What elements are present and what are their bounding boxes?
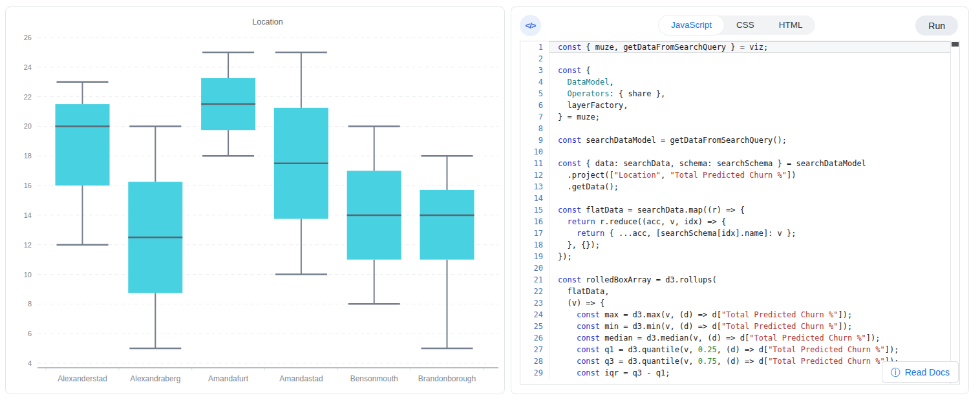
box-plot[interactable] [128, 126, 182, 348]
code-line[interactable]: 2 [520, 53, 959, 65]
tab-javascript[interactable]: JavaScript [659, 16, 724, 35]
code-line[interactable]: 4 DataModel, [520, 76, 959, 88]
line-number: 9 [520, 134, 549, 146]
x-category-label: Alexandraberg [130, 374, 180, 383]
tab-css[interactable]: CSS [724, 16, 767, 35]
read-docs-label: Read Docs [905, 367, 950, 377]
code-line[interactable]: 19}); [520, 251, 959, 262]
x-category-label: Brandonborough [418, 374, 476, 383]
x-category-label: Amandastad [279, 374, 323, 383]
box-plot[interactable] [56, 82, 110, 245]
line-number: 19 [520, 251, 549, 262]
line-number: 7 [520, 111, 549, 123]
boxplot-chart[interactable]: Location468101214161820222426Alexanderst… [6, 7, 504, 394]
y-tick-label: 4 [28, 359, 32, 367]
code-line-text: layerFactory, [549, 100, 959, 111]
code-line-text [549, 193, 959, 204]
box-rect[interactable] [420, 190, 474, 260]
box-rect[interactable] [56, 104, 110, 185]
box-plot[interactable] [347, 126, 401, 304]
box-plot[interactable] [274, 52, 328, 275]
y-tick-label: 26 [24, 34, 32, 41]
code-line-text: }); [549, 251, 959, 262]
code-line[interactable]: 14 [520, 193, 959, 204]
line-number: 23 [520, 297, 549, 309]
y-tick-label: 18 [24, 152, 32, 160]
tab-html[interactable]: HTML [767, 16, 815, 35]
code-line-text: DataModel, [549, 76, 959, 88]
y-tick-label: 24 [24, 63, 32, 71]
y-tick-label: 6 [28, 330, 32, 337]
x-category-label: Alexanderstad [58, 374, 107, 383]
chart-title: Location [252, 17, 282, 26]
box-plot[interactable] [420, 156, 474, 348]
y-tick-label: 12 [24, 241, 32, 249]
code-line-text: const { [549, 65, 959, 76]
code-icon-glyph: </> [526, 21, 536, 30]
code-line[interactable]: 23 (v) => { [520, 297, 959, 309]
code-line[interactable]: 13 .getData(); [520, 181, 959, 193]
line-number: 14 [520, 193, 549, 204]
code-line[interactable]: 6 layerFactory, [520, 100, 959, 111]
scrollbar-thumb[interactable] [952, 42, 959, 47]
line-number: 13 [520, 181, 549, 193]
code-line[interactable]: 7} = muze; [520, 111, 959, 123]
read-docs-button[interactable]: ⓘ Read Docs [882, 361, 959, 383]
line-number: 16 [520, 216, 549, 227]
editor-scrollbar[interactable] [950, 41, 959, 384]
code-line[interactable]: 1const { muze, getDataFromSearchQuery } … [520, 41, 959, 53]
code-line-text: const rolledBoxArray = d3.rollups( [549, 274, 959, 286]
run-button[interactable]: Run [915, 16, 958, 36]
code-line[interactable]: 25 const min = d3.min(v, (d) => d["Total… [520, 321, 959, 332]
chart-panel: Location468101214161820222426Alexanderst… [5, 6, 505, 394]
code-editor[interactable]: 1const { muze, getDataFromSearchQuery } … [520, 41, 960, 385]
line-number: 15 [520, 204, 549, 216]
code-line[interactable]: 5 Operators: { share }, [520, 88, 959, 100]
code-line-text: const flatData = searchData.map((r) => { [549, 204, 959, 216]
code-line[interactable]: 24 const max = d3.max(v, (d) => d["Total… [520, 309, 959, 321]
code-line-text: const q1 = d3.quantile(v, 0.25, (d) => d… [549, 344, 959, 355]
code-line[interactable]: 21const rolledBoxArray = d3.rollups( [520, 274, 959, 286]
code-line[interactable]: 12 .project(["Location", "Total Predicte… [520, 169, 959, 181]
code-line-text: .project(["Location", "Total Predicted C… [549, 169, 959, 181]
code-line-text [549, 123, 959, 134]
code-line-text: const { data: searchData, schema: search… [549, 158, 959, 169]
x-category-label: Amandafurt [208, 374, 249, 383]
line-number: 8 [520, 123, 549, 134]
editor-tab-group: JavaScript CSS HTML [659, 16, 815, 35]
code-line[interactable]: 8 [520, 123, 959, 134]
code-line-text: } = muze; [549, 111, 959, 123]
code-line[interactable]: 11const { data: searchData, schema: sear… [520, 158, 959, 169]
code-line[interactable]: 20 [520, 262, 959, 274]
y-tick-label: 22 [24, 93, 32, 101]
code-line-text: }, {}); [549, 239, 959, 251]
line-number: 26 [520, 332, 549, 344]
code-icon: </> [520, 15, 541, 36]
code-line-text: return { ...acc, [searchSchema[idx].name… [549, 227, 959, 239]
code-line[interactable]: 18 }, {}); [520, 239, 959, 251]
code-line-text: return r.reduce((acc, v, idx) => { [549, 216, 959, 227]
code-line[interactable]: 26 const median = d3.median(v, (d) => d[… [520, 332, 959, 344]
code-line-text: const max = d3.max(v, (d) => d["Total Pr… [549, 309, 959, 321]
code-line-text: .getData(); [549, 181, 959, 193]
code-line[interactable]: 15const flatData = searchData.map((r) =>… [520, 204, 959, 216]
code-line-text: Operators: { share }, [549, 88, 959, 100]
code-panel: </> JavaScript CSS HTML Run 1const { muz… [511, 6, 969, 394]
code-line[interactable]: 3const { [520, 65, 959, 76]
code-line-text: const searchDataModel = getDataFromSearc… [549, 134, 959, 146]
code-line[interactable]: 10 [520, 146, 959, 158]
code-line[interactable]: 22 flatData, [520, 286, 959, 297]
code-line-text: const { muze, getDataFromSearchQuery } =… [549, 41, 959, 53]
line-number: 5 [520, 88, 549, 100]
code-line[interactable]: 9const searchDataModel = getDataFromSear… [520, 134, 959, 146]
code-line-text: const min = d3.min(v, (d) => d["Total Pr… [549, 321, 959, 332]
line-number: 24 [520, 309, 549, 321]
code-line-text [549, 53, 959, 65]
code-line-text: const median = d3.median(v, (d) => d["To… [549, 332, 959, 344]
code-line[interactable]: 17 return { ...acc, [searchSchema[idx].n… [520, 227, 959, 239]
line-number: 29 [520, 367, 549, 379]
line-number: 18 [520, 239, 549, 251]
box-plot[interactable] [201, 52, 255, 156]
code-line[interactable]: 27 const q1 = d3.quantile(v, 0.25, (d) =… [520, 344, 959, 355]
code-line[interactable]: 16 return r.reduce((acc, v, idx) => { [520, 216, 959, 227]
